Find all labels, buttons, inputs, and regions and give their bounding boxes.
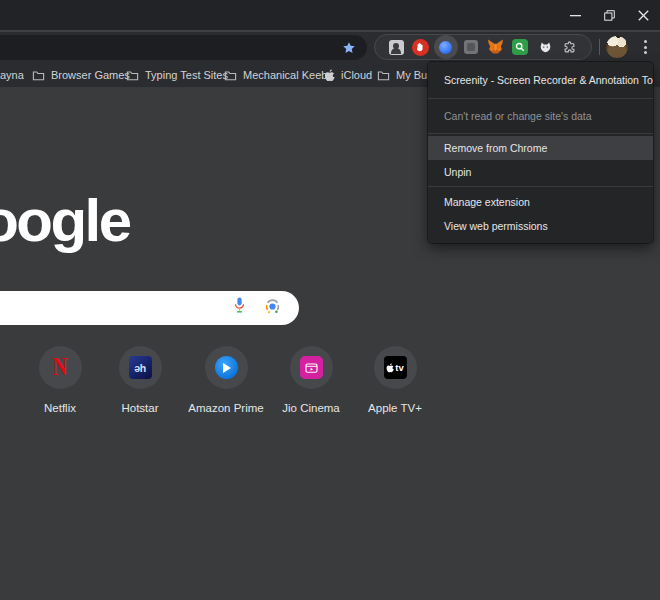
voice-search-button[interactable]: [233, 297, 246, 319]
folder-icon: [377, 70, 390, 81]
shortcut-apple-tv[interactable]: tv Apple TV+: [353, 346, 437, 414]
bookmark-label: Typing Test Sites: [145, 69, 228, 81]
menu-item-manage-extension[interactable]: Manage extension: [428, 190, 653, 214]
folder-icon: [32, 70, 45, 81]
ext-person-button[interactable]: [384, 35, 408, 59]
minimize-button[interactable]: [558, 0, 592, 30]
ext-adblock-button[interactable]: [409, 35, 433, 59]
lens-search-button[interactable]: [264, 298, 281, 319]
bookmark-item-ayna[interactable]: ayna: [0, 63, 24, 87]
extensions-puzzle-icon: [562, 40, 577, 55]
magnifier-icon: [512, 39, 528, 55]
bookmark-folder-mechanical-keeb[interactable]: Mechanical Keeb: [224, 63, 327, 87]
shortcut-amazon-prime[interactable]: Amazon Prime: [184, 346, 268, 414]
google-logo: Google: [0, 186, 130, 255]
kebab-dot: [644, 51, 647, 54]
prime-video-icon: [215, 356, 238, 379]
apple-icon: [386, 363, 394, 373]
close-icon: [638, 10, 649, 21]
screenity-active-highlight: [434, 35, 458, 59]
ext-green-search-button[interactable]: [508, 35, 532, 59]
tile-circle: [205, 346, 248, 389]
shortcut-netflix[interactable]: N Netflix: [18, 346, 102, 414]
tile-circle: [290, 346, 333, 389]
bookmark-label: Mechanical Keeb: [243, 69, 327, 81]
extension-context-menu: Screenity - Screen Recorder & Annotation…: [428, 62, 653, 243]
ext-metamask-button[interactable]: [483, 35, 507, 59]
kebab-dot: [644, 46, 647, 49]
title-bar: [0, 0, 660, 30]
jio-cinema-icon: [300, 356, 323, 379]
bookmark-label: Browser Games: [51, 69, 130, 81]
extensions-pill: [374, 34, 592, 60]
shortcut-hotstar[interactable]: ǝh Hotstar: [98, 346, 182, 414]
extension-site-data-status: Can't read or change site's data: [428, 99, 653, 133]
search-bar[interactable]: [0, 291, 299, 325]
chrome-menu-button[interactable]: [637, 36, 653, 58]
menu-item-view-web-permissions[interactable]: View web permissions: [428, 214, 653, 238]
google-lens-icon: [264, 298, 281, 315]
tile-circle: N: [39, 346, 82, 389]
address-bar[interactable]: [0, 35, 367, 60]
menu-item-remove-from-chrome[interactable]: Remove from Chrome: [428, 136, 653, 160]
extension-menu-title: Screenity - Screen Recorder & Annotation…: [428, 62, 653, 98]
ext-gray-square-button[interactable]: [459, 35, 483, 59]
tile-label: Jio Cinema: [282, 402, 340, 414]
hotstar-icon: ǝh: [129, 356, 152, 379]
folder-icon: [224, 70, 237, 81]
bookmark-label: ayna: [0, 69, 24, 81]
bookmark-folder-my-business[interactable]: My Busi: [377, 63, 435, 87]
tile-circle: ǝh: [119, 346, 162, 389]
gray-square-icon: [464, 40, 478, 54]
restore-button[interactable]: [592, 0, 626, 30]
bookmark-item-icloud[interactable]: iCloud: [324, 63, 372, 87]
shortcut-jio-cinema[interactable]: Jio Cinema: [269, 346, 353, 414]
ext-person-icon: [389, 40, 404, 55]
extensions-menu-button[interactable]: [558, 35, 582, 59]
ext-screenity-button[interactable]: [434, 35, 458, 59]
tile-label: Apple TV+: [368, 402, 422, 414]
bookmark-star-icon: [342, 41, 356, 55]
bookmark-folder-typing-test-sites[interactable]: Typing Test Sites: [126, 63, 228, 87]
kebab-dot: [644, 40, 647, 43]
netflix-icon: N: [52, 353, 67, 382]
bookmark-star-button[interactable]: [341, 40, 357, 56]
tile-circle: tv: [374, 346, 417, 389]
mic-icon: [233, 297, 246, 315]
apple-tv-icon: tv: [384, 356, 407, 379]
minimize-icon: [570, 10, 581, 21]
shortcut-tiles: N Netflix ǝh Hotstar Amazon Prime Jio Ci…: [0, 346, 440, 416]
browser-window: ayna Browser Games Typing Test Sites Mec…: [0, 0, 660, 600]
restore-icon: [604, 10, 615, 21]
toolbar-separator: [599, 39, 600, 55]
bookmark-label: iCloud: [341, 69, 372, 81]
cat-icon: [539, 41, 552, 54]
close-button[interactable]: [626, 0, 660, 30]
folder-icon: [126, 70, 139, 81]
metamask-fox-icon: [487, 39, 504, 55]
profile-avatar[interactable]: [606, 36, 628, 58]
tile-label: Amazon Prime: [188, 402, 263, 414]
menu-item-unpin[interactable]: Unpin: [428, 160, 653, 184]
apple-icon: [324, 69, 335, 82]
tile-label: Hotstar: [121, 402, 158, 414]
screenity-icon: [439, 41, 452, 54]
hand-stop-icon: [412, 39, 429, 56]
tile-label: Netflix: [44, 402, 76, 414]
bookmark-folder-browser-games[interactable]: Browser Games: [32, 63, 130, 87]
ext-cat-button[interactable]: [533, 35, 557, 59]
